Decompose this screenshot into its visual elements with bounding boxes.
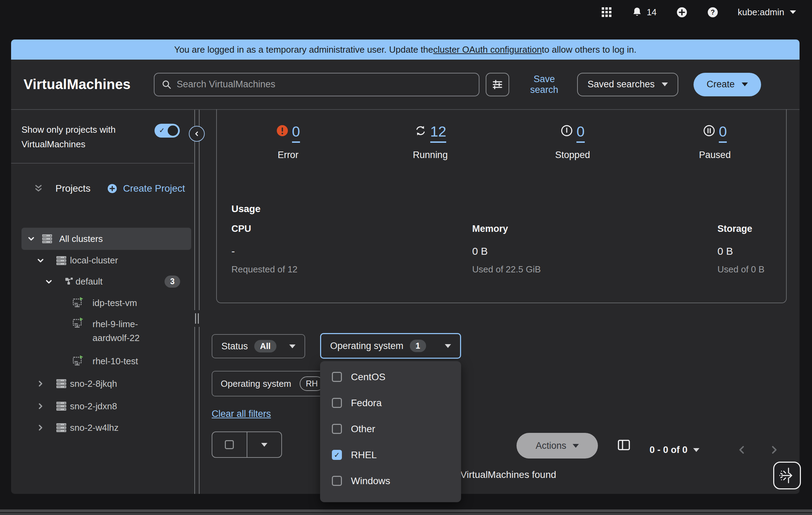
console-panel: You are logged in as a temporary adminis… [11,40,800,494]
manage-columns-button[interactable] [617,438,630,452]
create-project-button[interactable]: Create Project [107,183,185,194]
os-option-centos[interactable]: CentOS [320,364,461,390]
projects-filter-toggle[interactable]: ✓ [155,124,180,138]
os-option-fedora[interactable]: Fedora [320,390,461,416]
tree-item-label: All clusters [59,234,103,244]
oauth-config-link[interactable]: cluster OAuth configuration [433,44,542,55]
error-count-link[interactable]: 0 [292,124,300,143]
stopped-count-link[interactable]: 0 [576,124,584,143]
os-option-other[interactable]: Other [320,416,461,442]
usage-columns: CPU - Requested of 12 Memory 0 B Used of… [231,224,771,275]
checkbox-checked-icon[interactable]: ✓ [332,450,342,460]
plus-circle-icon [107,183,117,194]
cluster-icon [55,255,67,267]
clear-all-filters-link[interactable]: Clear all filters [212,409,271,419]
paused-count-link[interactable]: 0 [719,124,727,143]
status-error: 0 Error [217,124,359,160]
chevron-right-icon [769,445,779,455]
user-menu[interactable]: kube:admin [738,7,796,18]
tree-item-cluster-collapsed[interactable]: sno-2-w4lhz [21,417,191,438]
status-running: 12 Running [359,124,502,160]
chevron-right-icon[interactable] [36,402,45,411]
tree-item-label: rhel-10-test [92,356,138,367]
checkbox-icon[interactable] [225,440,234,449]
save-search-link[interactable]: Save search [518,74,570,95]
tree-item-label: idp-test-vm [92,298,137,308]
sliders-icon [492,79,503,90]
divider-line [199,110,200,494]
saved-searches-label: Saved searches [588,79,655,90]
masthead: 14 ? kube:admin [0,0,812,24]
usage-cpu: CPU - Requested of 12 [231,224,472,275]
checkbox-icon[interactable] [332,372,342,382]
caret-down-icon [693,448,699,452]
create-button[interactable]: Create [694,73,761,96]
columns-icon [617,438,630,452]
vm-running-icon [72,317,85,330]
paused-icon [703,124,715,137]
help-button[interactable]: ? [707,7,718,18]
caret-down-icon [662,82,668,86]
divider-line [194,110,195,494]
caret-down-icon [742,82,748,86]
running-count-link[interactable]: 12 [430,124,447,143]
status-paused: 0 Paused [644,124,786,160]
tree-item-vm[interactable]: idp-test-vm [21,292,191,314]
usage-memory: Memory 0 B Used of 22.5 GiB [472,224,717,275]
chevron-down-icon[interactable] [36,256,45,265]
saved-searches-button[interactable]: Saved searches [577,73,678,96]
banner-text-before: You are logged in as a temporary adminis… [174,44,433,55]
notifications-button[interactable]: 14 [632,7,657,18]
pagination-control[interactable]: 0 - 0 of 0 [650,437,699,463]
sidebar-collapse-button[interactable] [189,126,205,142]
svg-text:?: ? [710,8,715,16]
tree-item-cluster-collapsed[interactable]: sno-2-jdxn8 [21,395,191,417]
projects-sidebar: Show only projects with VirtualMachines … [11,110,194,494]
caret-down-icon [289,344,295,348]
chevron-right-icon[interactable] [36,423,45,432]
app-launcher-button[interactable] [601,7,612,18]
os-option-rhel[interactable]: ✓ RHEL [320,442,461,468]
chevron-down-icon[interactable] [44,277,53,286]
tree-item-label: sno-2-8jkqh [70,378,117,389]
checkbox-icon[interactable] [332,476,342,486]
main-content: 0 Error [200,110,800,494]
cluster-icon [55,378,67,390]
actions-button[interactable]: Actions [517,433,598,459]
vm-running-icon [72,297,85,309]
lightspeed-icon [777,466,797,485]
caret-down-icon [261,443,267,447]
checkbox-icon[interactable] [332,424,342,434]
lightspeed-assistant-button[interactable] [773,462,801,489]
select-all-dropdown-cell[interactable] [247,432,282,457]
login-banner: You are logged in as a temporary adminis… [11,40,800,60]
project-tree: All clusters local-cluster [11,228,194,438]
checkbox-icon[interactable] [332,398,342,408]
pagination-next-button[interactable] [769,445,779,455]
tree-item-vm[interactable]: rhel-9-lime-aardwolf-22 [21,314,191,350]
chevron-down-icon[interactable] [27,234,36,243]
os-filter-select[interactable]: Operating system 1 [320,333,461,359]
chevron-right-icon[interactable] [36,379,45,388]
collapse-all-icon[interactable] [33,183,44,194]
tree-item-default-project[interactable]: default 3 [21,271,191,292]
select-all-split-button[interactable] [212,431,282,458]
advanced-search-button[interactable] [486,73,509,96]
projects-heading-row: Projects Create Project [11,175,194,202]
tree-item-cluster-collapsed[interactable]: sno-2-8jkqh [21,372,191,395]
quick-create-button[interactable] [676,7,688,18]
search-input[interactable] [177,79,472,90]
tree-item-local-cluster[interactable]: local-cluster [21,250,191,271]
status-label: Paused [699,150,731,160]
tree-item-all-clusters[interactable]: All clusters [21,228,191,250]
usage-heading: Usage [231,203,261,215]
page: 14 ? kube:admin You are logged in as a t… [0,0,812,515]
os-option-windows[interactable]: Windows [320,468,461,494]
cluster-icon [55,400,67,412]
status-filter-select[interactable]: Status All [212,334,305,358]
toggle-check-icon: ✓ [159,126,165,134]
tree-item-vm[interactable]: rhel-10-test [21,350,191,372]
select-all-checkbox-cell[interactable] [212,432,247,457]
divider-drag-handle[interactable] [193,310,201,327]
pagination-prev-button[interactable] [737,445,747,455]
